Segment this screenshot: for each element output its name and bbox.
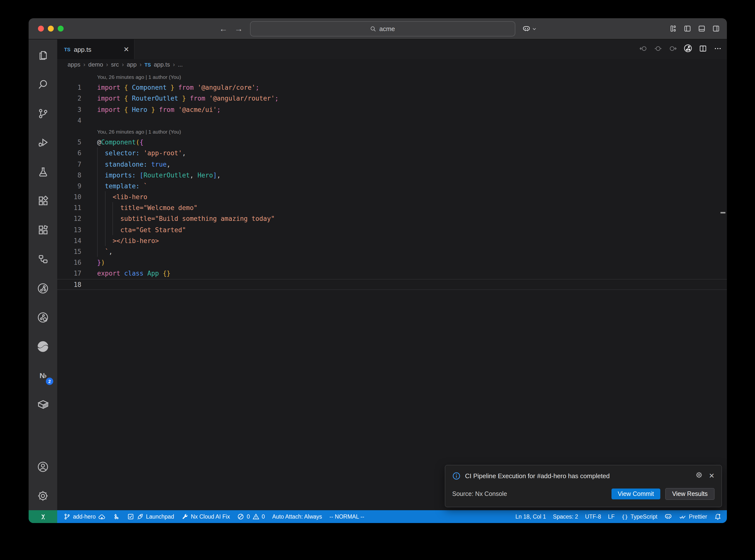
- minimize-window-button[interactable]: [48, 26, 54, 32]
- line-number[interactable]: 13: [57, 224, 97, 234]
- line-number[interactable]: 4: [57, 115, 97, 125]
- line-number[interactable]: 2: [57, 94, 97, 103]
- copilot-menu[interactable]: [522, 24, 536, 33]
- code-line[interactable]: 7 standalone: true,: [57, 159, 727, 169]
- activity-flow[interactable]: [28, 244, 57, 274]
- code-line[interactable]: 17export class App {}: [57, 268, 727, 279]
- code-line[interactable]: 8 imports: [RouterOutlet, Hero],: [57, 169, 727, 180]
- code-line[interactable]: 6 selector: 'app-root',: [57, 148, 727, 159]
- auto-attach-status-item[interactable]: Auto Attach: Always: [272, 514, 322, 520]
- line-number[interactable]: 18: [57, 279, 97, 289]
- line-number[interactable]: 6: [57, 148, 97, 158]
- line-number[interactable]: 8: [57, 170, 97, 180]
- account-menu[interactable]: [28, 452, 57, 481]
- toggle-sidebar-left-button[interactable]: [683, 25, 691, 33]
- code-line[interactable]: 12 subtitle="Build something amazing tod…: [57, 213, 727, 224]
- activity-extensions[interactable]: [28, 186, 57, 215]
- activity-nx[interactable]: N› 2: [28, 361, 57, 390]
- line-number[interactable]: 3: [57, 104, 97, 114]
- code-line[interactable]: 10 <lib-hero: [57, 191, 727, 202]
- prettier-status-item[interactable]: Prettier: [679, 513, 707, 520]
- activity-grid-diamond[interactable]: [28, 215, 57, 244]
- branch-status-item[interactable]: add-hero: [64, 513, 105, 520]
- breadcrumb-item[interactable]: apps: [67, 61, 80, 68]
- cursor-position-item[interactable]: Ln 18, Col 1: [515, 514, 546, 520]
- line-number[interactable]: [57, 126, 97, 136]
- code-line[interactable]: 4: [57, 115, 727, 126]
- code-line[interactable]: 18: [57, 279, 727, 289]
- notification-settings-button[interactable]: [696, 471, 703, 480]
- activity-graph-search[interactable]: [28, 303, 57, 332]
- codelens-line[interactable]: You, 26 minutes ago | 1 author (You): [57, 126, 727, 137]
- split-editor-button[interactable]: [699, 44, 707, 55]
- line-number[interactable]: 12: [57, 214, 97, 223]
- line-number[interactable]: 17: [57, 268, 97, 278]
- activity-testing[interactable]: [28, 157, 57, 186]
- settings-menu[interactable]: [28, 481, 57, 510]
- launchpad-status-item[interactable]: Launchpad: [127, 513, 174, 520]
- breadcrumb-item[interactable]: src: [111, 61, 119, 68]
- code-line[interactable]: 16}): [57, 257, 727, 268]
- code-line[interactable]: 9 template: `: [57, 180, 727, 191]
- nav-forward-button[interactable]: [669, 44, 677, 55]
- code-line[interactable]: 14 ></lib-hero>: [57, 235, 727, 246]
- problems-status-item[interactable]: 0 0: [237, 513, 265, 520]
- language-mode-item[interactable]: {} TypeScript: [622, 514, 657, 520]
- activity-search[interactable]: [28, 70, 57, 99]
- toggle-sidebar-right-button[interactable]: [712, 25, 720, 33]
- code-editor[interactable]: You, 26 minutes ago | 1 author (You)1imp…: [57, 70, 727, 510]
- code-line[interactable]: 3import { Hero } from '@acme/ui';: [57, 104, 727, 115]
- breadcrumb-item[interactable]: app.ts: [154, 61, 170, 68]
- customize-layout-button[interactable]: [669, 25, 677, 33]
- nav-current-button[interactable]: [654, 44, 662, 55]
- line-number[interactable]: 14: [57, 236, 97, 245]
- notifications-bell-item[interactable]: [714, 513, 721, 520]
- zoom-window-button[interactable]: [58, 26, 64, 32]
- line-number[interactable]: 15: [57, 246, 97, 256]
- commit-graph-button[interactable]: [683, 44, 692, 55]
- line-number[interactable]: 1: [57, 82, 97, 92]
- nav-back-button[interactable]: [639, 44, 648, 55]
- commit-graph-status-item[interactable]: [113, 513, 120, 520]
- codelens-line[interactable]: You, 26 minutes ago | 1 author (You): [57, 71, 727, 82]
- activity-run-debug[interactable]: [28, 128, 57, 157]
- nx-cloud-status-item[interactable]: Nx Cloud AI Fix: [181, 513, 230, 520]
- notification-close-button[interactable]: ✕: [709, 472, 715, 480]
- indentation-item[interactable]: Spaces: 2: [553, 514, 578, 520]
- code-line[interactable]: 15 `,: [57, 246, 727, 257]
- view-results-button[interactable]: View Results: [665, 488, 715, 500]
- line-number[interactable]: [57, 72, 97, 81]
- close-window-button[interactable]: [38, 26, 44, 32]
- line-number[interactable]: 5: [57, 137, 97, 147]
- code-line[interactable]: 2import { RouterOutlet } from '@angular/…: [57, 93, 727, 104]
- line-number[interactable]: 10: [57, 192, 97, 202]
- line-number[interactable]: 9: [57, 181, 97, 191]
- view-commit-button[interactable]: View Commit: [611, 488, 660, 499]
- line-number[interactable]: 7: [57, 159, 97, 169]
- remote-indicator[interactable]: [28, 510, 57, 523]
- breadcrumb-overflow[interactable]: ...: [178, 61, 183, 68]
- line-number[interactable]: 11: [57, 203, 97, 213]
- breadcrumb-item[interactable]: demo: [88, 61, 103, 68]
- activity-graph-circle[interactable]: [28, 274, 57, 303]
- encoding-item[interactable]: UTF-8: [585, 514, 601, 520]
- activity-explorer[interactable]: [28, 41, 57, 70]
- code-line[interactable]: 13 cta="Get Started": [57, 224, 727, 235]
- code-line[interactable]: 1import { Component } from '@angular/cor…: [57, 82, 727, 93]
- copilot-status-item[interactable]: [664, 513, 672, 521]
- vim-mode-status-item[interactable]: -- NORMAL --: [330, 514, 364, 520]
- code-line[interactable]: 11 title="Welcmoe demo": [57, 202, 727, 213]
- forward-arrow-icon[interactable]: →: [235, 24, 243, 33]
- activity-package[interactable]: [28, 390, 57, 419]
- code-line[interactable]: 5@Component({: [57, 137, 727, 147]
- command-center-search[interactable]: acme: [250, 21, 515, 36]
- more-actions-button[interactable]: [714, 44, 722, 55]
- line-number[interactable]: 16: [57, 257, 97, 267]
- eol-item[interactable]: LF: [608, 514, 615, 520]
- activity-swirl[interactable]: [28, 332, 57, 361]
- breadcrumb-item[interactable]: app: [127, 61, 137, 68]
- toggle-panel-button[interactable]: [698, 25, 706, 33]
- back-arrow-icon[interactable]: ←: [219, 24, 227, 33]
- tab-app-ts[interactable]: TS app.ts ✕: [57, 39, 135, 59]
- activity-source-control[interactable]: [28, 99, 57, 128]
